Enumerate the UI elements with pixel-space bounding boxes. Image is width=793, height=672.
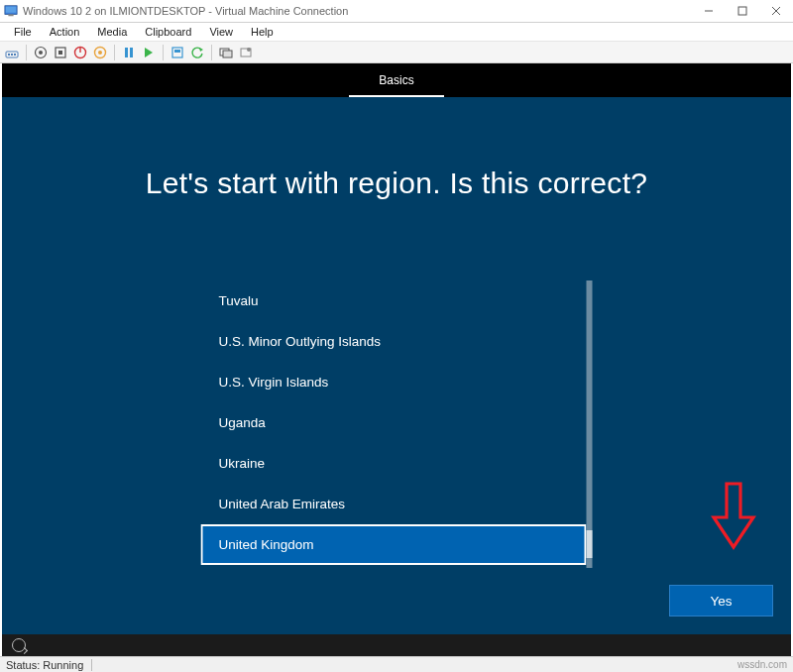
cortana-bar xyxy=(2,634,791,656)
svg-rect-9 xyxy=(11,54,13,56)
window-controls xyxy=(692,0,793,22)
watermark: wssdn.com xyxy=(737,659,787,670)
enhanced-session-icon[interactable] xyxy=(218,45,234,60)
svg-rect-1 xyxy=(6,7,17,13)
scrollbar-thumb[interactable] xyxy=(587,530,593,558)
svg-point-28 xyxy=(247,48,251,52)
region-list-container: Tuvalu U.S. Minor Outlying Islands U.S. … xyxy=(201,280,593,568)
region-item[interactable]: U.S. Virgin Islands xyxy=(201,362,587,402)
svg-point-12 xyxy=(39,51,43,55)
region-item[interactable]: Uganda xyxy=(201,402,587,443)
vm-display: Basics Let's start with region. Is this … xyxy=(2,63,791,656)
toolbar xyxy=(0,42,793,63)
window-title: Windows 10 2 on ILMIONTDESKTOP - Virtual… xyxy=(23,5,692,17)
reset-icon[interactable] xyxy=(141,45,157,60)
status-separator xyxy=(91,659,92,671)
svg-rect-23 xyxy=(174,50,180,53)
pause-icon[interactable] xyxy=(121,45,137,60)
region-item[interactable]: U.S. Minor Outlying Islands xyxy=(201,321,587,362)
cortana-icon[interactable] xyxy=(12,638,26,652)
vm-app-icon xyxy=(4,4,18,18)
svg-marker-24 xyxy=(199,48,203,52)
turnoff-icon[interactable] xyxy=(53,45,68,60)
shutdown-icon[interactable] xyxy=(72,45,88,60)
menu-file[interactable]: File xyxy=(6,24,40,40)
menu-action[interactable]: Action xyxy=(42,24,88,40)
menu-help[interactable]: Help xyxy=(243,24,282,40)
svg-point-18 xyxy=(98,51,102,55)
region-item[interactable]: Ukraine xyxy=(201,443,587,484)
toolbar-separator xyxy=(114,45,115,60)
svg-rect-20 xyxy=(130,48,133,57)
save-icon[interactable] xyxy=(92,45,108,60)
tab-basics[interactable]: Basics xyxy=(349,65,443,98)
oobe-heading: Let's start with region. Is this correct… xyxy=(2,167,791,200)
share-icon[interactable] xyxy=(238,45,254,60)
menu-media[interactable]: Media xyxy=(89,24,135,40)
yes-button[interactable]: Yes xyxy=(669,585,773,616)
region-item[interactable]: Tuvalu xyxy=(201,280,587,321)
toolbar-separator xyxy=(163,45,164,60)
menubar: File Action Media Clipboard View Help xyxy=(0,23,793,42)
checkpoint-icon[interactable] xyxy=(170,45,185,60)
titlebar: Windows 10 2 on ILMIONTDESKTOP - Virtual… xyxy=(0,0,793,23)
ctrl-alt-del-icon[interactable] xyxy=(4,45,20,60)
svg-rect-10 xyxy=(14,54,16,56)
svg-rect-2 xyxy=(8,15,13,17)
region-list[interactable]: Tuvalu U.S. Minor Outlying Islands U.S. … xyxy=(201,280,587,568)
menu-clipboard[interactable]: Clipboard xyxy=(137,24,199,40)
status-text: Status: Running xyxy=(6,659,83,671)
start-icon[interactable] xyxy=(33,45,49,60)
menu-view[interactable]: View xyxy=(201,24,241,40)
statusbar: Status: Running wssdn.com xyxy=(0,656,793,672)
svg-marker-21 xyxy=(145,48,153,57)
minimize-button[interactable] xyxy=(692,0,726,22)
oobe-tabs: Basics xyxy=(2,63,791,97)
oobe-body: Let's start with region. Is this correct… xyxy=(2,97,791,634)
svg-rect-26 xyxy=(223,51,232,57)
svg-rect-19 xyxy=(125,48,128,57)
svg-rect-8 xyxy=(8,54,10,56)
annotation-arrow-icon xyxy=(710,482,757,551)
region-scrollbar[interactable] xyxy=(587,280,593,568)
toolbar-separator xyxy=(211,45,212,60)
region-item-selected[interactable]: United Kingdom xyxy=(201,524,587,565)
revert-icon[interactable] xyxy=(189,45,205,60)
close-button[interactable] xyxy=(759,0,793,22)
svg-rect-4 xyxy=(738,7,746,15)
toolbar-separator xyxy=(26,45,27,60)
svg-rect-14 xyxy=(58,51,62,55)
maximize-button[interactable] xyxy=(726,0,759,22)
region-item[interactable]: United Arab Emirates xyxy=(201,484,587,524)
